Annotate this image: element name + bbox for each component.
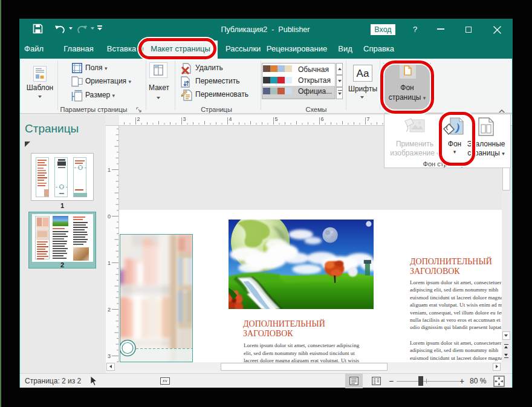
svg-text:7: 7 [367,116,370,122]
svg-text:3: 3 [183,116,186,122]
svg-text:1: 1 [108,260,111,266]
svg-text:1: 1 [108,167,111,173]
svg-text:4: 4 [229,116,232,122]
svg-text:0: 0 [108,213,111,220]
svg-text:6: 6 [321,116,324,122]
svg-text:3: 3 [108,353,111,359]
svg-text:2: 2 [137,116,140,122]
svg-text:2: 2 [108,307,111,313]
svg-text:5: 5 [275,116,278,122]
